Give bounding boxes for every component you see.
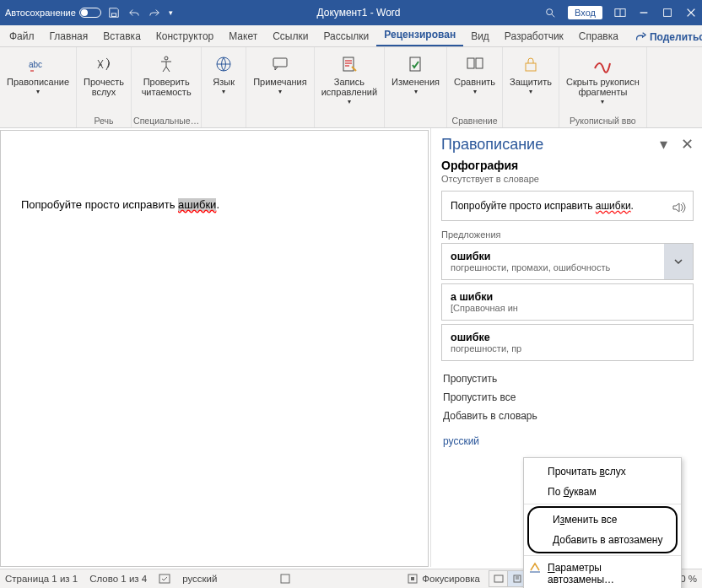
tab-design[interactable]: Конструктор (148, 26, 221, 46)
track-changes-icon (340, 55, 359, 73)
separator (524, 555, 681, 556)
panel-title: Правописание ▾ ✕ (441, 135, 694, 154)
comments-icon (271, 55, 289, 73)
svg-point-1 (547, 9, 553, 15)
svg-point-5 (165, 57, 168, 60)
panel-actions: Пропустить Пропустить все Добавить в сло… (441, 364, 694, 430)
tab-help[interactable]: Справка (571, 26, 626, 46)
macro-icon[interactable] (279, 573, 291, 585)
search-icon[interactable] (544, 7, 556, 19)
ignore-all[interactable]: Пропустить все (441, 388, 694, 407)
accessibility-icon (155, 53, 177, 75)
svg-rect-11 (476, 58, 483, 68)
panel-options-icon[interactable]: ▾ (660, 135, 667, 154)
tab-mailings[interactable]: Рассылки (316, 26, 376, 46)
suggestion-2[interactable]: а шибки [Справочная ин (441, 283, 694, 321)
svg-rect-7 (273, 58, 287, 67)
svg-rect-12 (526, 63, 536, 71)
tab-file[interactable]: Файл (2, 26, 42, 46)
focus-icon (407, 573, 418, 585)
panel-subtitle: Орфография (441, 159, 694, 172)
spelling-icon: abc (27, 56, 49, 73)
close-icon[interactable] (685, 7, 697, 19)
language-icon (214, 55, 233, 73)
language-status[interactable]: русский (182, 574, 217, 584)
suggestion-3[interactable]: ошибке погрешности, пр (441, 324, 694, 361)
tab-home[interactable]: Главная (42, 26, 96, 46)
highlighted-group: Изменить все Добавить в автозамену (527, 506, 678, 553)
changes-button[interactable]: Изменения▾ (386, 51, 445, 125)
share-button[interactable]: Поделиться (626, 28, 702, 46)
word-status[interactable]: Слово 1 из 4 (89, 574, 147, 584)
svg-rect-13 (159, 575, 170, 583)
focus-mode[interactable]: Фокусировка (407, 573, 480, 585)
track-changes-button[interactable]: Запись исправлений▾ (316, 51, 382, 125)
qat-more-icon[interactable]: ▾ (169, 8, 173, 17)
ctx-add-autocorrect[interactable]: Добавить в автозамену (529, 530, 676, 550)
error-word[interactable]: ашибки (178, 198, 216, 211)
autosave-toggle[interactable]: Автосохранение (5, 8, 101, 18)
svg-rect-10 (467, 58, 474, 68)
protect-icon (521, 55, 540, 73)
tab-layout[interactable]: Макет (221, 26, 265, 46)
save-icon[interactable] (108, 7, 120, 19)
toggle-icon (79, 8, 101, 18)
view-read[interactable] (489, 571, 508, 586)
tab-references[interactable]: Ссылки (265, 26, 316, 46)
hide-ink-icon (591, 55, 613, 73)
read-aloud-button[interactable]: Прочесть вслух (78, 51, 129, 115)
add-to-dict[interactable]: Добавить в словарь (441, 407, 694, 425)
document-area[interactable]: Попробуйте просто исправить ашибки. (0, 130, 429, 567)
tab-review[interactable]: Рецензирован (376, 24, 463, 46)
proofing-icon[interactable] (159, 573, 170, 585)
ctx-autocorrect-options[interactable]: Параметры автозамены… (524, 558, 681, 588)
changes-icon (407, 55, 425, 73)
language-button[interactable]: Язык▾ (203, 51, 244, 125)
share-icon (634, 31, 646, 43)
spelling-button[interactable]: abc Правописание▾ (2, 51, 74, 125)
page-status[interactable]: Страница 1 из 1 (5, 574, 78, 584)
chevron-down-icon[interactable] (664, 244, 693, 279)
ctx-change-all[interactable]: Изменить все (529, 510, 676, 530)
suggestion-1[interactable]: ошибки погрешности, промахи, ошибочность (441, 243, 694, 280)
accessibility-button[interactable]: Проверить читаемость (137, 51, 197, 115)
document-text: Попробуйте просто исправить ашибки. (21, 198, 219, 211)
autocorrect-options-icon (529, 562, 541, 574)
read-aloud-icon (93, 53, 115, 75)
suggestions-label: Предложения (441, 229, 694, 240)
display-options-icon[interactable] (614, 7, 626, 19)
sentence-box: Попробуйте просто исправить ашибки. (441, 191, 694, 221)
language-link[interactable]: русский (441, 430, 694, 452)
ribbon: abc Правописание▾ Прочесть вслух Речь Пр… (0, 47, 702, 128)
ribbon-tabs: Файл Главная Вставка Конструктор Макет С… (0, 25, 702, 47)
svg-rect-0 (111, 13, 116, 17)
share-label: Поделиться (650, 31, 702, 43)
ctx-spell-out[interactable]: По буквам (524, 482, 681, 502)
redo-icon[interactable] (148, 7, 160, 19)
protect-button[interactable]: Защитить▾ (505, 51, 557, 125)
speaker-icon[interactable] (671, 200, 686, 218)
quick-access: ▾ (108, 7, 173, 19)
separator (524, 504, 681, 504)
ctx-read-aloud[interactable]: Прочитать вслух (524, 461, 681, 482)
svg-rect-8 (343, 57, 354, 71)
ignore-once[interactable]: Пропустить (441, 370, 694, 388)
tab-insert[interactable]: Вставка (95, 26, 148, 46)
panel-close-icon[interactable]: ✕ (681, 135, 694, 154)
login-button[interactable]: Вход (568, 6, 602, 19)
title-right: Вход (544, 6, 697, 19)
comments-button[interactable]: Примечания▾ (248, 51, 312, 125)
compare-button[interactable]: Сравнить▾ (449, 51, 500, 115)
svg-rect-3 (664, 9, 672, 17)
undo-icon[interactable] (128, 7, 140, 19)
hide-ink-button[interactable]: Скрыть рукописн фрагменты▾ (561, 51, 645, 115)
minimize-icon[interactable] (638, 7, 650, 19)
svg-text:abc: abc (29, 60, 42, 69)
suggestion-context-menu: Прочитать вслух По буквам Изменить все Д… (523, 457, 682, 588)
tab-view[interactable]: Вид (463, 26, 497, 46)
tab-developer[interactable]: Разработчик (497, 26, 571, 46)
autosave-label: Автосохранение (5, 8, 76, 18)
compare-icon (466, 55, 484, 73)
svg-rect-17 (494, 575, 503, 582)
maximize-icon[interactable] (662, 7, 673, 19)
